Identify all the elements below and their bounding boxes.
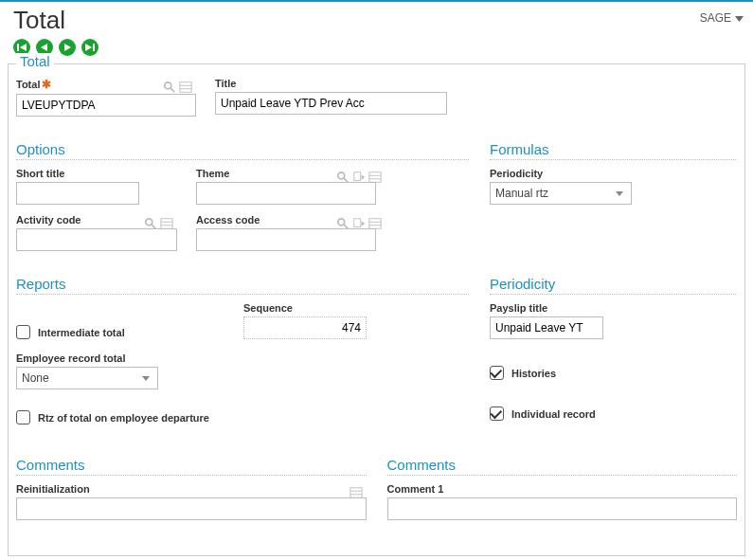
checkbox-icon (16, 325, 30, 339)
comments-left-heading: Comments (16, 457, 367, 476)
access-code-input[interactable] (196, 228, 376, 251)
employee-record-total-label: Employee record total (16, 352, 469, 364)
list-icon[interactable] (160, 217, 173, 230)
list-icon[interactable] (368, 217, 382, 230)
individual-record-checkbox[interactable]: Individual record (490, 406, 736, 421)
rtz-departure-label: Rtz of total on employee departure (38, 412, 209, 424)
svg-marker-5 (85, 44, 92, 51)
svg-line-8 (170, 88, 174, 92)
individual-record-label: Individual record (511, 408, 596, 420)
sequence-label: Sequence (243, 302, 385, 314)
list-icon[interactable] (368, 171, 382, 184)
svg-point-17 (338, 172, 345, 179)
short-title-input[interactable] (16, 182, 139, 205)
histories-checkbox[interactable]: Histories (490, 366, 736, 380)
comment1-label: Comment 1 (387, 483, 738, 495)
formulas-heading: Formulas (490, 141, 736, 160)
checkbox-icon (16, 410, 30, 425)
sequence-input[interactable] (243, 316, 367, 339)
svg-marker-3 (41, 44, 47, 51)
svg-marker-27 (362, 221, 366, 226)
svg-rect-19 (354, 172, 361, 181)
svg-marker-2 (20, 44, 27, 51)
nav-last-button[interactable] (81, 39, 99, 56)
main-panel: Total Total✱ Title Options Short title (8, 63, 745, 556)
comment1-input[interactable] (387, 497, 738, 520)
svg-rect-28 (369, 219, 381, 229)
employee-record-total-select[interactable]: None (16, 367, 158, 389)
page-title: Total (13, 6, 65, 35)
title-input[interactable] (215, 92, 447, 115)
record-nav (0, 35, 753, 63)
reinitialization-label: Reinitialization (16, 483, 367, 495)
histories-label: Histories (511, 368, 556, 379)
panel-heading: Total (16, 53, 54, 69)
reinitialization-input[interactable] (16, 497, 367, 520)
intermediate-total-label: Intermediate total (38, 327, 125, 338)
options-heading: Options (16, 141, 469, 160)
chevron-down-icon (735, 11, 744, 25)
search-icon[interactable] (336, 171, 350, 184)
comments-right-heading: Comments (387, 457, 738, 476)
svg-point-24 (338, 219, 345, 226)
svg-marker-0 (735, 16, 744, 22)
svg-line-13 (152, 225, 155, 228)
payslip-title-input[interactable] (490, 316, 603, 339)
svg-line-18 (344, 178, 348, 182)
action-icon[interactable] (352, 217, 366, 230)
list-icon[interactable] (179, 81, 192, 94)
activity-code-input[interactable] (16, 228, 177, 251)
intermediate-total-checkbox[interactable]: Intermediate total (16, 325, 224, 339)
checkbox-icon (490, 366, 504, 380)
formulas-periodicity-label: Periodicity (490, 168, 736, 179)
search-icon[interactable] (144, 217, 157, 230)
svg-point-7 (165, 82, 171, 89)
payslip-title-label: Payslip title (490, 302, 736, 314)
svg-point-12 (146, 219, 152, 226)
sage-label: SAGE (700, 11, 731, 25)
svg-rect-21 (369, 172, 381, 183)
reports-heading: Reports (16, 276, 469, 295)
short-title-label: Short title (16, 168, 177, 179)
svg-rect-1 (17, 44, 19, 51)
svg-rect-6 (93, 44, 95, 51)
search-icon[interactable] (336, 217, 350, 230)
topbar: Total SAGE (0, 0, 753, 35)
theme-input[interactable] (196, 182, 376, 205)
periodicity-heading: Periodicity (490, 276, 736, 295)
required-icon: ✱ (42, 78, 51, 91)
list-icon[interactable] (350, 486, 363, 499)
svg-line-25 (344, 225, 348, 228)
nav-next-button[interactable] (59, 39, 76, 56)
search-icon[interactable] (163, 81, 176, 94)
svg-marker-20 (362, 174, 366, 179)
total-input[interactable] (16, 94, 196, 117)
title-label: Title (215, 78, 452, 89)
action-icon[interactable] (352, 171, 366, 184)
svg-rect-26 (354, 219, 361, 227)
svg-rect-14 (161, 219, 172, 229)
svg-marker-4 (64, 44, 71, 51)
svg-rect-9 (180, 82, 191, 93)
svg-rect-31 (350, 488, 361, 498)
rtz-departure-checkbox[interactable]: Rtz of total on employee departure (16, 410, 469, 425)
formulas-periodicity-select[interactable]: Manual rtz (490, 182, 632, 205)
sage-menu[interactable]: SAGE (700, 6, 744, 25)
checkbox-icon (490, 406, 504, 421)
